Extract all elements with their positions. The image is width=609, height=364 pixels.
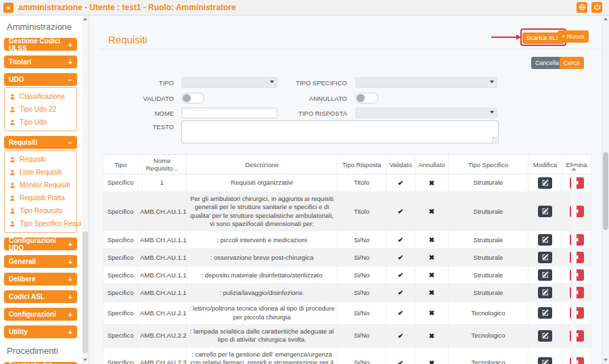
app-window: « amministrazione - Utente : test1 - Ruo…	[0, 0, 609, 364]
cell-tipo: Specifico	[104, 325, 138, 348]
page-scrollbar-thumb[interactable]	[603, 152, 608, 230]
cell-tipo-specifico: Strutturale	[449, 231, 528, 249]
cell-descrizione: : piccoli interventi e medicazioni	[187, 231, 338, 249]
sidebar-item-label: Tipo Specifico Requisito	[20, 220, 81, 227]
sidebar-item-label: Classificazione	[20, 93, 65, 100]
tipo-specifico-label: TIPO SPECIFICO	[263, 79, 347, 87]
plus-icon: +	[68, 240, 72, 248]
scroll-down-icon[interactable]	[604, 359, 608, 361]
cross-icon: ✖	[415, 175, 449, 192]
sidebar-item-label: Tipo Requisito	[20, 207, 63, 214]
cell-nome: AMB.CH.AU.1.1	[138, 192, 187, 231]
edit-requisito-button[interactable]	[538, 269, 552, 281]
edit-requisito-button[interactable]	[538, 330, 552, 342]
cell-tipo-specifico: Strutturale	[449, 192, 528, 231]
cell-tipo: Specifico	[104, 192, 138, 231]
nuova-button[interactable]: + Nuova	[558, 30, 589, 43]
sidebar-group-titolari[interactable]: Titolari +	[4, 55, 77, 68]
annullato-toggle[interactable]	[355, 93, 378, 104]
col-header-tipo[interactable]: Tipo	[104, 155, 138, 175]
sidebar-item-tipo-udo[interactable]: Tipo Udo	[5, 116, 76, 129]
col-header-validato[interactable]: Validato	[386, 155, 415, 175]
scroll-up-icon[interactable]	[83, 18, 87, 20]
sidebar-group-utility[interactable]: Utility +	[4, 325, 77, 338]
cell-tipo-specifico: Tecnologico	[449, 347, 528, 364]
page-title: Requisiti	[108, 34, 148, 45]
sidebar-item-classificazione[interactable]: Classificazione	[5, 90, 76, 103]
cell-tipo-risposta: Si/No	[338, 249, 386, 267]
table-row: Specifico AMB.CH.AU.2.2 : lampada sciali…	[104, 325, 591, 348]
sidebar-group-requisiti[interactable]: Requisiti −	[4, 136, 77, 149]
sidebar-group-configurazioni-udo[interactable]: Configurazioni UDO +	[4, 237, 77, 250]
sidebar-group-codici-asl[interactable]: Codici ASL +	[4, 290, 77, 303]
col-header-descrizione[interactable]: Descrizione	[187, 155, 338, 175]
testo-textarea[interactable]	[181, 120, 499, 143]
tipo-specifico-select[interactable]	[355, 77, 497, 88]
tipo-risposta-select[interactable]	[355, 108, 497, 118]
edit-requisito-button[interactable]	[538, 234, 552, 246]
tipo-risposta-label: TIPO RISPOSTA	[263, 110, 347, 117]
cell-tipo: Specifico	[104, 249, 138, 267]
page-scrollbar[interactable]	[602, 15, 609, 364]
logout-power-button[interactable]	[591, 2, 602, 13]
sidebar-group-delibere[interactable]: Delibere +	[4, 273, 77, 286]
col-header-tipo-risposta[interactable]: Tipo Risposta	[338, 155, 386, 175]
check-icon: ✔	[386, 302, 415, 325]
cell-tipo-risposta: Si/No	[338, 325, 386, 348]
col-header-nome-requisito[interactable]: Nome Requisito...	[138, 155, 187, 175]
scroll-up-icon[interactable]	[572, 168, 576, 170]
sidebar-group-gestione-codici-ulss[interactable]: Gestione Codici ULSS +	[4, 38, 77, 51]
sidebar-item-monitor-requisiti[interactable]: Monitor Requisiti	[5, 179, 76, 191]
table-row: Specifico 1 Requisiti organizzativi Tito…	[104, 175, 591, 192]
col-header-tipo-specifico[interactable]: Tipo Specifico	[449, 155, 528, 175]
edit-requisito-button[interactable]	[538, 287, 552, 298]
cell-tipo-specifico: Tecnologico	[449, 302, 528, 325]
annullato-label: ANNULLATO	[263, 95, 347, 102]
minus-icon: −	[68, 76, 72, 84]
sidebar-collapse-button[interactable]: «	[3, 3, 14, 13]
sidebar-item-liste-requisiti[interactable]: Liste Requisiti	[5, 166, 76, 179]
language-globe-button[interactable]	[577, 2, 587, 13]
col-header-annullato[interactable]: Annullato	[415, 155, 449, 175]
cell-tipo-risposta: Titolo	[338, 192, 386, 231]
edit-pencil-icon	[542, 288, 549, 298]
cerca-button[interactable]: Cerca	[560, 57, 584, 69]
plus-icon: +	[68, 41, 72, 49]
edit-requisito-button[interactable]	[538, 307, 552, 319]
sidebar-group-udo[interactable]: UDO −	[4, 73, 77, 86]
validato-toggle[interactable]	[181, 93, 204, 104]
cell-tipo-specifico: Strutturale	[449, 284, 528, 302]
cross-icon: ✖	[415, 302, 449, 325]
sidebar-item-requisiti-piatta[interactable]: Requisiti Piatta	[5, 191, 76, 204]
check-icon: ✔	[386, 175, 415, 192]
sidebar-item-tipo-specifico-requisito[interactable]: Tipo Specifico Requisito	[5, 217, 76, 230]
cancella-button[interactable]: Cancella	[531, 57, 563, 69]
edit-requisito-button[interactable]	[538, 206, 552, 217]
table-row: Specifico AMB.CH.AU.1.1 Per gli ambulato…	[104, 192, 591, 231]
sidebar-group-generali[interactable]: Generali +	[4, 255, 77, 268]
sidebar-item-requisiti[interactable]: Requisiti	[5, 153, 76, 166]
table-row: Specifico AMB.CH.AU.2.3 : carrello per l…	[104, 347, 591, 364]
cross-icon: ✖	[415, 325, 449, 348]
sidebar-group-configurazioni[interactable]: Configurazioni +	[4, 308, 77, 321]
person-icon	[9, 93, 16, 100]
resize-grip-icon[interactable]	[492, 137, 497, 142]
sidebar-section-procedimenti: Procedimenti	[7, 346, 81, 356]
edit-requisito-button[interactable]	[538, 357, 552, 364]
sidebar-scrollbar[interactable]	[82, 15, 89, 364]
cell-nome: AMB.CH.AU.1.1.3	[138, 267, 187, 284]
toggle-knob	[183, 94, 191, 102]
table-scrollbar[interactable]	[571, 166, 577, 364]
edit-requisito-button[interactable]	[538, 252, 552, 263]
sidebar-item-tipo-udo-22[interactable]: Tipo Udo 22	[5, 103, 76, 116]
edit-requisito-button[interactable]	[538, 177, 552, 189]
sidebar-item-label: Monitor Requisiti	[20, 181, 70, 189]
check-icon: ✔	[386, 231, 415, 249]
table-header-row: Tipo Nome Requisito... Descrizione Tipo …	[104, 155, 591, 175]
scroll-down-icon[interactable]	[83, 359, 87, 361]
sidebar-item-tipo-requisito[interactable]: Tipo Requisito	[5, 204, 76, 217]
globe-icon	[579, 1, 586, 14]
cell-descrizione: : lettino/poltrona tecnica idonea al tip…	[187, 302, 338, 325]
sidebar-scrollbar-thumb[interactable]	[83, 231, 88, 353]
scroll-up-icon[interactable]	[604, 18, 608, 20]
